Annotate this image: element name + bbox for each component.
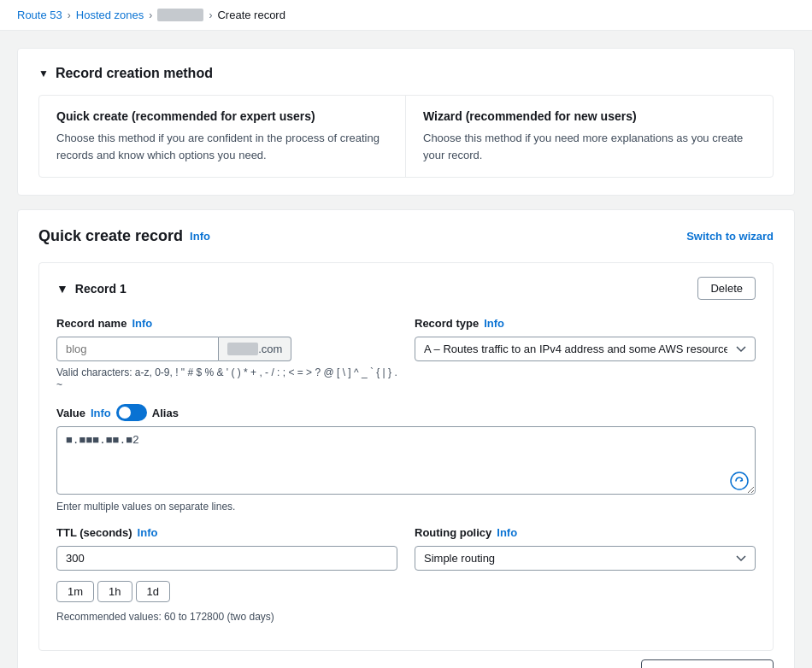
creation-method-card: ▼ Record creation method Quick create (r… <box>17 48 795 196</box>
record-name-input-group: .com <box>56 337 397 361</box>
record-name-label-text: Record name <box>56 317 127 330</box>
bottom-actions: Add another record <box>38 651 774 668</box>
value-info-link[interactable]: Info <box>91 407 111 419</box>
breadcrumb-hosted-zones[interactable]: Hosted zones <box>76 9 144 21</box>
ttl-preset-1m[interactable]: 1m <box>56 581 94 602</box>
record-title-text: Record 1 <box>75 282 127 296</box>
record-type-select[interactable]: A – Routes traffic to an IPv4 address an… <box>415 337 756 361</box>
ttl-preset-1h[interactable]: 1h <box>97 581 132 602</box>
quick-create-info-link[interactable]: Info <box>190 230 210 243</box>
breadcrumb-zone-name <box>157 9 203 21</box>
value-textarea[interactable]: ■.■■■.■■.■2 <box>56 426 756 495</box>
add-another-record-button[interactable]: Add another record <box>641 659 774 668</box>
method-wizard-desc: Choose this method if you need more expl… <box>423 130 756 163</box>
record-type-label: Record type Info <box>415 317 756 330</box>
record-name-info-link[interactable]: Info <box>132 317 152 330</box>
ttl-input[interactable] <box>56 546 397 571</box>
method-wizard-title: Wizard (recommended for new users) <box>423 109 756 123</box>
record-type-group: Record type Info A – Routes traffic to a… <box>415 317 756 390</box>
ttl-preset-1d[interactable]: 1d <box>136 581 170 602</box>
value-label-row: Value Info Alias <box>56 404 756 421</box>
record-section: ▼ Record 1 Delete Record name Info <box>38 262 774 651</box>
record-name-hint: Valid characters: a-z, 0-9, ! " # $ % & … <box>56 366 397 390</box>
record-name-suffix-redacted <box>227 343 258 355</box>
record-name-suffix: .com <box>219 337 291 361</box>
svg-point-0 <box>731 472 748 489</box>
ttl-group: TTL (seconds) Info 1m 1h 1d Recommended … <box>56 526 397 623</box>
ttl-presets: 1m 1h 1d <box>56 581 397 602</box>
routing-policy-label: Routing policy Info <box>415 526 756 539</box>
ttl-rec-hint: Recommended values: 60 to 172800 (two da… <box>56 611 397 623</box>
creation-method-header: ▼ Record creation method <box>38 66 774 81</box>
method-wizard: Wizard (recommended for new users) Choos… <box>406 96 773 177</box>
routing-policy-label-text: Routing policy <box>415 526 491 539</box>
record-header: ▼ Record 1 Delete <box>56 277 756 300</box>
quick-create-title-text: Quick create record <box>38 227 183 245</box>
breadcrumb-route53[interactable]: Route 53 <box>17 9 62 21</box>
routing-policy-info-link[interactable]: Info <box>497 526 517 539</box>
delete-record-button[interactable]: Delete <box>697 277 756 300</box>
alias-toggle-slider <box>116 404 147 421</box>
quick-create-title-group: Quick create record Info <box>38 227 210 245</box>
record-name-group: Record name Info .com Valid characters: … <box>56 317 397 390</box>
record-name-input[interactable] <box>56 337 219 361</box>
breadcrumb-sep-1: › <box>68 9 71 21</box>
breadcrumb-sep-3: › <box>209 9 212 21</box>
form-row-1: Record name Info .com Valid characters: … <box>56 317 756 390</box>
quick-create-header: Quick create record Info Switch to wizar… <box>38 227 774 245</box>
routing-policy-group: Routing policy Info Simple routing Failo… <box>415 526 756 623</box>
main-content: ▼ Record creation method Quick create (r… <box>0 31 812 668</box>
section-toggle-icon[interactable]: ▼ <box>38 67 49 79</box>
value-section: Value Info Alias ■.■■■.■■.■2 <box>56 404 756 513</box>
quick-create-card: Quick create record Info Switch to wizar… <box>17 209 795 668</box>
alias-label-text: Alias <box>152 407 179 419</box>
record-title-group: ▼ Record 1 <box>56 282 127 296</box>
ttl-info-link[interactable]: Info <box>138 526 158 539</box>
breadcrumb: Route 53 › Hosted zones › › Create recor… <box>0 0 812 31</box>
form-row-2: TTL (seconds) Info 1m 1h 1d Recommended … <box>56 526 756 623</box>
record-toggle-icon[interactable]: ▼ <box>56 282 68 296</box>
method-quick-create-title: Quick create (recommended for expert use… <box>56 109 388 123</box>
record-name-label: Record name Info <box>56 317 397 330</box>
routing-policy-select[interactable]: Simple routing Failover Geolocation Geop… <box>415 546 756 571</box>
method-quick-create-desc: Choose this method if you are confident … <box>56 130 388 163</box>
refresh-icon[interactable] <box>730 472 749 490</box>
creation-method-title: Record creation method <box>56 66 213 81</box>
method-quick-create: Quick create (recommended for expert use… <box>39 96 406 177</box>
value-textarea-wrapper: ■.■■■.■■.■2 <box>56 426 756 497</box>
value-label-text: Value <box>56 407 85 419</box>
switch-wizard-link[interactable]: Switch to wizard <box>686 230 774 243</box>
ttl-label-text: TTL (seconds) <box>56 526 132 539</box>
alias-toggle[interactable] <box>116 404 147 421</box>
ttl-label: TTL (seconds) Info <box>56 526 397 539</box>
record-type-label-text: Record type <box>415 317 479 330</box>
breadcrumb-sep-2: › <box>149 9 152 21</box>
method-options: Quick create (recommended for expert use… <box>38 95 774 178</box>
breadcrumb-create-record: Create record <box>217 9 285 21</box>
value-hint: Enter multiple values on separate lines. <box>56 501 756 513</box>
record-type-info-link[interactable]: Info <box>484 317 504 330</box>
